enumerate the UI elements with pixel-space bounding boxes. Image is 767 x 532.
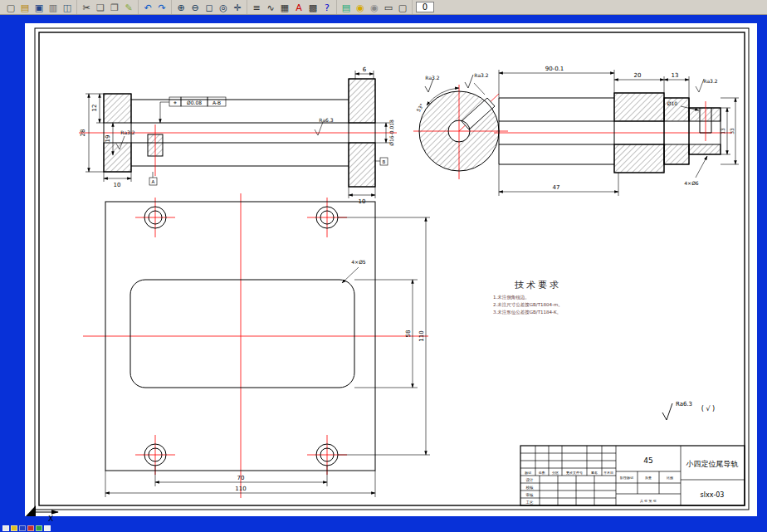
tb-row-label: 校核 [526,486,535,490]
drawing-canvas[interactable]: 28 12 19 10 10 6 ⌖ Ø0.08 A-B Ra3.2 Ra6.3… [0,0,767,532]
roughness-suffix: ( √ ) [701,405,715,412]
dim-13: 13 [672,72,679,79]
taskbar-icon-app-red[interactable] [27,525,34,531]
toolbar: ▢▤▣▥◫✂❏❐✎↶↷⊕⊖◻◎✛≡∿▦A▩?▤◉◉▭▢ 0 [0,0,767,15]
tech-req-item: 1.未注倒角锐边。 [493,295,530,300]
taskbar [0,524,767,532]
toolbar-icon-new-file[interactable]: ▢ [4,1,17,13]
tb-material: 45 [643,456,652,465]
toolbar-icon-zoom-window[interactable]: ◻ [203,1,216,13]
taskbar-icon-doc[interactable] [2,525,9,531]
tb-header-cell: 处数 [539,471,545,475]
toolbar-icon-table[interactable]: ▦ [278,1,291,13]
taskbar-icon-app-blue[interactable] [19,525,26,531]
toolbar-icon-print-preview[interactable]: ◫ [61,1,74,13]
roughness-label: Ra6.3 [319,117,333,123]
toolbar-icon-print[interactable]: ▥ [46,1,60,13]
dim-110-h: 110 [235,486,246,492]
toolbar-icon-zoom-in[interactable]: ⊕ [174,1,188,13]
tb-row-label: 审核 [526,493,535,497]
tb-header-cell: 签名 [591,471,598,475]
dim-dia16: Ø16-0.018 [388,120,394,146]
toolbar-icon-toggle-box[interactable]: ▭ [382,1,395,13]
dim-110-v: 110 [418,330,425,341]
roughness-label: Ra3.2 [703,78,717,84]
dim-47: 47 [553,184,560,191]
roughness-label: Ra3.2 [425,75,439,81]
tb-header-cell: 年月日 [603,471,613,475]
gdt-datum: A-B [213,100,221,105]
toolbar-icon-format-painter[interactable]: ✎ [122,1,135,13]
dim-6: 6 [363,66,367,73]
tb-row-label: 工艺 [526,500,535,505]
toolbar-icon-undo[interactable]: ↶ [141,1,154,13]
tech-req-item: 2.未注尺寸公差按GB/T1804-m。 [493,302,563,307]
toolbar-icon-save-file[interactable]: ▣ [32,1,46,13]
axis-x-label: X [48,515,53,523]
dim-58: 58 [405,330,412,338]
dim-4x5: 4×Ø5 [351,259,366,265]
tech-req-item: 3.未注形位公差按GB/T1184-K。 [493,310,561,315]
dim-4x6: 4×Ø6 [684,180,699,186]
toolbar-icon-open-file[interactable]: ▤ [18,1,32,13]
toolbar-icon-pan[interactable]: ✛ [231,1,244,13]
toolbar-icon-bulb-on[interactable]: ◉ [354,1,367,13]
tb-drawing-no: slxx-03 [701,491,725,499]
roughness-value: Ra6.3 [676,401,692,408]
toolbar-icon-paste[interactable]: ❐ [108,1,121,13]
dim-13r: 13 [720,128,725,134]
dim-12: 12 [91,105,98,112]
dim-33: 33 [729,128,735,134]
toolbar-icons: ▢▤▣▥◫✂❏❐✎↶↷⊕⊖◻◎✛≡∿▦A▩?▤◉◉▭▢ [2,0,413,14]
tb-header-cell: 更改文件号 [566,471,583,475]
dim-10-left: 10 [114,182,121,188]
toolbar-icon-bulb-off[interactable]: ◉ [368,1,381,13]
toolbar-icon-frame-box[interactable]: ▢ [396,1,409,13]
layer-value[interactable]: 0 [416,2,434,12]
dim-dia10: Ø10 [667,100,678,106]
roughness-label: Ra3.2 [474,72,488,78]
toolbar-icon-library[interactable]: ▤ [340,1,353,13]
dim-28: 28 [80,129,86,137]
toolbar-icon-layers[interactable]: ≡ [250,1,263,13]
taskbar-icon-app-white[interactable] [44,525,51,531]
tb-header-cell: 分区 [552,471,559,475]
toolbar-icon-linetype[interactable]: ∿ [264,1,277,13]
toolbar-icon-zoom-out[interactable]: ⊖ [188,1,202,13]
taskbar-icon-app-green[interactable] [36,525,42,531]
dim-90: 90-0.1 [545,66,564,72]
datum-a: A [152,179,155,184]
tb-row-label: 设计 [526,477,535,482]
toolbar-icon-redo[interactable]: ↷ [155,1,169,13]
dim-19: 19 [105,135,111,143]
roughness-label: Ra3.2 [120,129,134,135]
toolbar-icon-zoom-all[interactable]: ◎ [217,1,230,13]
gdt-symbol: ⌖ [173,100,177,106]
tb-sheet-note: 共 张 第 张 [640,499,657,503]
toolbar-icon-copy[interactable]: ❏ [94,1,107,13]
dim-70: 70 [237,475,245,481]
toolbar-icon-modules[interactable]: ▩ [306,1,320,13]
tb-part-name: 小四定位尾导轨 [686,460,739,468]
toolbar-icon-text-style[interactable]: A [292,1,305,13]
tech-req-title: 技术要求 [515,280,561,290]
taskbar-icons [2,525,51,531]
tb-mid-label: 质量 [645,476,652,480]
gdt-value: Ø0.08 [187,100,202,105]
dim-20: 20 [634,72,642,79]
datum-b: B [383,159,386,164]
application-window: ▢▤▣▥◫✂❏❐✎↶↷⊕⊖◻◎✛≡∿▦A▩?▤◉◉▭▢ 0 [0,0,767,532]
toolbar-icon-cut[interactable]: ✂ [80,1,93,13]
taskbar-icon-app-yellow[interactable] [11,525,17,531]
toolbar-icon-help[interactable]: ? [320,1,334,13]
